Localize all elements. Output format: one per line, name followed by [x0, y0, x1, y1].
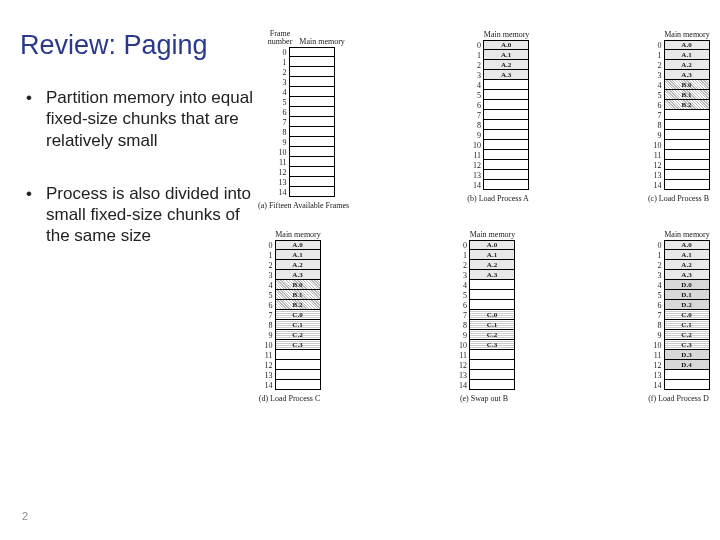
- frame: 11: [453, 350, 515, 360]
- frame-index: 6: [259, 301, 275, 310]
- frame: 12: [453, 360, 515, 370]
- frame-index: 10: [273, 148, 289, 157]
- frame-cell: C.0: [275, 310, 321, 320]
- frame-index: 1: [648, 51, 664, 60]
- frame-cell: C.1: [469, 320, 515, 330]
- frame: 3A.3: [259, 270, 321, 280]
- frame: 13: [648, 370, 710, 380]
- frame: 14: [259, 380, 321, 390]
- frame-index: 13: [648, 171, 664, 180]
- frame-index: 12: [467, 161, 483, 170]
- frame: 11: [259, 350, 321, 360]
- frame-index: 7: [648, 111, 664, 120]
- frame-cell: A.1: [664, 250, 710, 260]
- frame-cell: [483, 90, 529, 100]
- frame: 1: [273, 57, 335, 67]
- frame: 6: [453, 300, 515, 310]
- frame-cell: D.2: [664, 300, 710, 310]
- frame: 14: [467, 180, 529, 190]
- frame-index: 9: [259, 331, 275, 340]
- frame-index: 3: [453, 271, 469, 280]
- frame-cell: [289, 127, 335, 137]
- frame-cell: A.2: [469, 260, 515, 270]
- frame-index: 11: [453, 351, 469, 360]
- frame: 10C.3: [648, 340, 710, 350]
- frame-index: 11: [467, 151, 483, 160]
- frame: 2A.2: [648, 60, 710, 70]
- bullet-1: Partition memory into equal fixed-size c…: [26, 87, 258, 151]
- frame-cell: [289, 87, 335, 97]
- frame-index: 12: [648, 161, 664, 170]
- frame-index: 14: [648, 181, 664, 190]
- frame: 0A.0: [648, 40, 710, 50]
- frame: 11D.3: [648, 350, 710, 360]
- frame-index: 1: [648, 251, 664, 260]
- frame-cell: A.1: [664, 50, 710, 60]
- slide-title: Review: Paging: [20, 30, 258, 61]
- frame: 14: [453, 380, 515, 390]
- frame-cell: [275, 370, 321, 380]
- frame-number-header: Frame number: [262, 30, 298, 46]
- frame-cell: A.0: [275, 240, 321, 250]
- frame: 4: [453, 280, 515, 290]
- frame-index: 12: [273, 168, 289, 177]
- frame-index: 14: [259, 381, 275, 390]
- frame: 1A.1: [648, 50, 710, 60]
- frame: 13: [467, 170, 529, 180]
- frame: 7C.0: [259, 310, 321, 320]
- frame-cell: C.0: [469, 310, 515, 320]
- frame-index: 5: [453, 291, 469, 300]
- frame-index: 2: [648, 261, 664, 270]
- frame-cell: C.2: [469, 330, 515, 340]
- frame: 1A.1: [467, 50, 529, 60]
- frame-index: 6: [453, 301, 469, 310]
- frame-index: 6: [648, 101, 664, 110]
- frame: 7C.0: [453, 310, 515, 320]
- frame: 4D.0: [648, 280, 710, 290]
- panel-caption: (a) Fifteen Available Frames: [258, 201, 349, 210]
- frame: 5: [467, 90, 529, 100]
- frame-index: 7: [453, 311, 469, 320]
- frame-index: 7: [259, 311, 275, 320]
- frame-cell: [469, 290, 515, 300]
- frame-cell: [664, 150, 710, 160]
- frame-index: 4: [259, 281, 275, 290]
- frame: 9C.2: [259, 330, 321, 340]
- frame-cell: [483, 80, 529, 90]
- frame: 8: [273, 127, 335, 137]
- frame-index: 2: [273, 68, 289, 77]
- frame: 3: [273, 77, 335, 87]
- frame: 12: [273, 167, 335, 177]
- frame-cell: B.0: [275, 280, 321, 290]
- frame-cell: A.3: [469, 270, 515, 280]
- frame: 4B.0: [648, 80, 710, 90]
- frame-index: 11: [648, 351, 664, 360]
- frame: 0A.0: [259, 240, 321, 250]
- bullet-2: Process is also divided into small fixed…: [26, 183, 258, 247]
- frame-cell: [483, 100, 529, 110]
- frame-index: 12: [453, 361, 469, 370]
- frame-cell: [289, 117, 335, 127]
- frame: 3A.3: [648, 70, 710, 80]
- frame: 9: [467, 130, 529, 140]
- frame: 14: [273, 187, 335, 197]
- frame: 13: [648, 170, 710, 180]
- frame: 4: [273, 87, 335, 97]
- frame: 11: [273, 157, 335, 167]
- frame-index: 4: [648, 81, 664, 90]
- frame-cell: [275, 350, 321, 360]
- frame-index: 3: [259, 271, 275, 280]
- frame: 0A.0: [453, 240, 515, 250]
- frame-index: 11: [273, 158, 289, 167]
- frame: 12D.4: [648, 360, 710, 370]
- main-memory-header: Main memory: [664, 30, 710, 39]
- frame-cell: C.3: [664, 340, 710, 350]
- frame-cell: D.3: [664, 350, 710, 360]
- frame: 9: [273, 137, 335, 147]
- frame-cell: [664, 180, 710, 190]
- frame-index: 14: [648, 381, 664, 390]
- frame-cell: A.3: [275, 270, 321, 280]
- frame-cell: [664, 140, 710, 150]
- frame-cell: [289, 67, 335, 77]
- frame-cell: [483, 170, 529, 180]
